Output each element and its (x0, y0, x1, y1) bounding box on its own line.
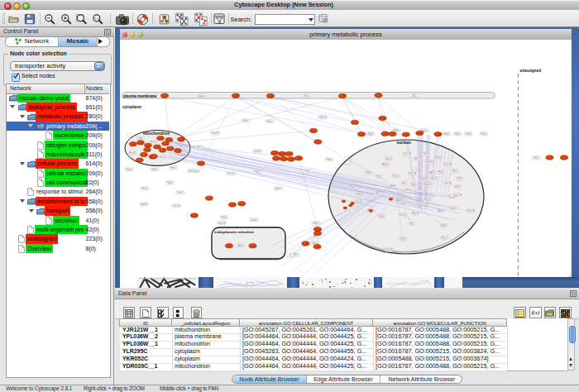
svg-text:Pgk1: Pgk1 (368, 132, 374, 136)
svg-text:Adh1: Adh1 (428, 171, 434, 174)
svg-text:Tdh3: Tdh3 (466, 132, 471, 136)
svg-text:Glk1: Glk1 (375, 192, 380, 195)
svg-text:Eno2: Eno2 (400, 213, 405, 217)
svg-text:Gpm1: Gpm1 (275, 187, 282, 190)
svg-text:endoplasmic reticulum: endoplasmic reticulum (214, 230, 254, 234)
svg-text:Pgk1: Pgk1 (411, 183, 417, 186)
svg-text:Pdc1: Pdc1 (430, 194, 436, 197)
svg-text:Hxk2: Hxk2 (222, 216, 227, 219)
svg-text:Gpm1: Gpm1 (312, 241, 319, 245)
svg-text:Hxk2: Hxk2 (455, 185, 461, 189)
svg-text:Eno2: Eno2 (151, 141, 156, 144)
svg-text:Adh1: Adh1 (382, 163, 388, 166)
svg-text:Gpm1: Gpm1 (126, 168, 133, 171)
svg-text:Tdh3: Tdh3 (417, 168, 423, 171)
svg-text:Fba1: Fba1 (351, 186, 356, 189)
svg-text:Eno2: Eno2 (129, 151, 135, 155)
svg-text:Pdc1: Pdc1 (442, 237, 447, 240)
svg-text:Pdc1: Pdc1 (481, 132, 487, 136)
svg-text:Cdc19: Cdc19 (212, 131, 219, 135)
svg-text:Gpm1: Gpm1 (412, 212, 419, 215)
svg-text:Hxk2: Hxk2 (267, 120, 273, 123)
svg-text:Cdc19: Cdc19 (385, 248, 393, 251)
svg-text:Hxk2: Hxk2 (152, 168, 158, 171)
svg-text:Glk1: Glk1 (412, 94, 418, 98)
svg-text:Glk1: Glk1 (418, 189, 423, 192)
svg-text:Adh1: Adh1 (237, 244, 243, 247)
svg-text:Pdc1: Pdc1 (402, 203, 408, 206)
svg-text:Glk1: Glk1 (452, 170, 457, 173)
svg-text:Fba1: Fba1 (313, 222, 319, 225)
svg-text:Pdc1: Pdc1 (305, 170, 311, 173)
svg-text:Cdc19: Cdc19 (218, 222, 226, 225)
svg-text:Adh1: Adh1 (441, 224, 447, 227)
svg-text:mitochondrion: mitochondrion (143, 131, 170, 136)
svg-text:Tdh3: Tdh3 (366, 171, 371, 174)
svg-text:Hxk2: Hxk2 (428, 160, 433, 164)
svg-text:plasma membrane: plasma membrane (123, 94, 157, 98)
svg-text:Cdc19: Cdc19 (454, 194, 462, 197)
svg-text:Glk1: Glk1 (293, 253, 299, 256)
svg-text:Cdc19: Cdc19 (404, 152, 411, 155)
svg-text:Pgk1: Pgk1 (436, 156, 442, 160)
svg-text:Glk1: Glk1 (457, 177, 462, 180)
svg-text:Fba1: Fba1 (170, 166, 176, 170)
svg-text:Pdc1: Pdc1 (304, 94, 310, 98)
svg-text:Glk1: Glk1 (376, 175, 382, 179)
svg-text:Eno2: Eno2 (251, 218, 256, 222)
svg-text:Cdc19: Cdc19 (227, 172, 235, 175)
svg-text:Cdc19: Cdc19 (409, 172, 416, 175)
svg-text:1:1: 1:1 (94, 17, 99, 21)
svg-text:Pdc1: Pdc1 (178, 191, 184, 194)
svg-text:Cdc19: Cdc19 (467, 209, 475, 213)
svg-text:Fba1: Fba1 (406, 189, 412, 192)
svg-text:Eno2: Eno2 (431, 177, 437, 180)
svg-text:Glk1: Glk1 (409, 222, 414, 226)
svg-text:Fba1: Fba1 (438, 170, 444, 174)
svg-text:Glk1: Glk1 (188, 170, 194, 173)
svg-text:Pdc1: Pdc1 (255, 170, 261, 174)
svg-text:Fba1: Fba1 (243, 119, 249, 122)
svg-text:Hxk2: Hxk2 (451, 207, 457, 210)
svg-text:Glk1: Glk1 (534, 156, 539, 160)
svg-text:Cdc19: Cdc19 (444, 163, 452, 166)
svg-text:Pgk1: Pgk1 (455, 132, 461, 136)
svg-text:Gpm1: Gpm1 (423, 183, 431, 186)
svg-text:Eno2: Eno2 (393, 174, 399, 178)
svg-text:Glk1: Glk1 (401, 182, 407, 185)
svg-text:Hxk2: Hxk2 (425, 198, 431, 202)
svg-text:Cdc19: Cdc19 (254, 150, 261, 153)
svg-text:Gpm1: Gpm1 (198, 94, 205, 98)
svg-text:Hxk2: Hxk2 (421, 178, 427, 181)
svg-text:Pgk1: Pgk1 (400, 237, 406, 241)
svg-text:Glk1: Glk1 (414, 157, 419, 160)
svg-text:Adh1: Adh1 (390, 184, 395, 188)
svg-text:Cdc19: Cdc19 (444, 182, 452, 185)
svg-text:Adh1: Adh1 (438, 209, 443, 213)
svg-text:Tdh3: Tdh3 (379, 215, 385, 218)
svg-text:Cdc19: Cdc19 (354, 200, 361, 203)
svg-text:Eno2: Eno2 (385, 157, 391, 160)
svg-text:Cdc19: Cdc19 (319, 116, 327, 119)
svg-text:nucleus: nucleus (397, 141, 412, 145)
svg-text:Fba1: Fba1 (327, 158, 333, 161)
svg-text:Pdc1: Pdc1 (197, 146, 203, 149)
svg-text:Gpm1: Gpm1 (141, 203, 148, 206)
svg-text:cytoplasm: cytoplasm (122, 105, 141, 109)
svg-text:Pgk1: Pgk1 (357, 193, 363, 196)
svg-text:Eno2: Eno2 (160, 155, 165, 159)
svg-text:unassigned: unassigned (520, 69, 542, 73)
svg-text:Cdc19: Cdc19 (173, 204, 180, 208)
svg-text:Tdh3: Tdh3 (423, 152, 428, 155)
svg-text:Hxk2: Hxk2 (444, 132, 450, 136)
svg-text:Pgk1: Pgk1 (167, 181, 173, 184)
svg-text:Eno2: Eno2 (141, 187, 147, 190)
